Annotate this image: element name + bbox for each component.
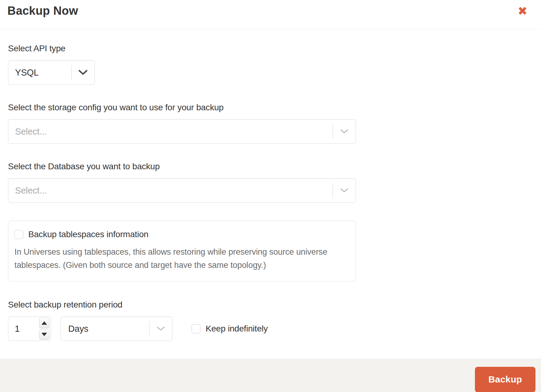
api-type-select[interactable]: YSQL <box>8 60 95 85</box>
close-icon[interactable]: ✖ <box>516 5 529 17</box>
tablespaces-description: In Universes using tablespaces, this all… <box>14 245 343 272</box>
arrow-down-icon <box>41 333 47 336</box>
database-section: Select the Database you want to backup S… <box>8 162 534 203</box>
modal-footer: Backup <box>0 359 541 392</box>
api-type-label: Select API type <box>8 44 534 53</box>
tablespaces-checkbox-row: Backup tablespaces information <box>14 229 346 239</box>
arrow-up-icon <box>41 321 47 325</box>
retention-row: Days Keep indefinitely <box>8 316 534 341</box>
database-placeholder: Select... <box>8 178 333 202</box>
chevron-down-icon <box>72 61 94 84</box>
database-label: Select the Database you want to backup <box>8 162 534 171</box>
chevron-down-icon <box>333 120 356 143</box>
retention-stepper <box>39 318 49 340</box>
retention-unit-value: Days <box>61 317 149 341</box>
chevron-down-icon <box>333 178 356 202</box>
modal-body: Select API type YSQL Select the storage … <box>0 29 541 359</box>
retention-label: Select backup retention period <box>8 300 534 310</box>
modal-header: Backup Now ✖ <box>0 0 541 29</box>
storage-config-select[interactable]: Select... <box>8 119 356 144</box>
backup-button[interactable]: Backup <box>475 367 535 392</box>
storage-config-label: Select the storage config you want to us… <box>8 103 534 112</box>
api-type-section: Select API type YSQL <box>8 44 534 85</box>
retention-value-field[interactable] <box>8 317 39 341</box>
tablespaces-checkbox-label: Backup tablespaces information <box>28 229 148 239</box>
database-select[interactable]: Select... <box>8 178 356 203</box>
keep-indefinitely-checkbox[interactable] <box>192 324 200 333</box>
keep-indefinitely-group: Keep indefinitely <box>192 324 268 334</box>
retention-unit-select[interactable]: Days <box>61 316 172 341</box>
modal-title: Backup Now <box>7 4 78 18</box>
stepper-down-button[interactable] <box>39 329 49 340</box>
storage-config-placeholder: Select... <box>8 120 333 143</box>
tablespaces-card: Backup tablespaces information In Univer… <box>8 221 356 281</box>
stepper-up-button[interactable] <box>39 318 49 328</box>
tablespaces-checkbox[interactable] <box>14 230 23 239</box>
keep-indefinitely-label: Keep indefinitely <box>206 324 268 334</box>
api-type-value: YSQL <box>8 61 71 84</box>
chevron-down-icon <box>149 317 172 341</box>
retention-number-input <box>8 316 51 341</box>
retention-section: Select backup retention period Days Keep… <box>8 300 534 341</box>
storage-config-section: Select the storage config you want to us… <box>8 103 534 144</box>
